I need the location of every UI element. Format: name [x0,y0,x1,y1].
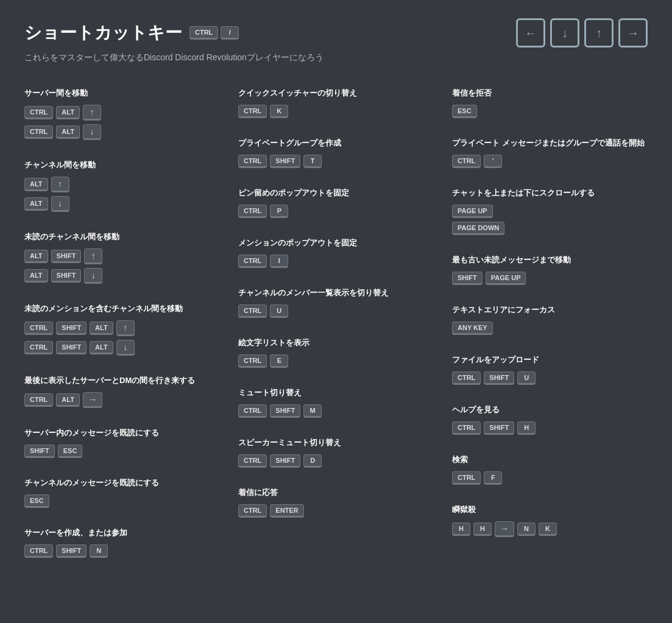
key-badge: SHIFT [452,272,483,285]
key-badge: ALT [24,178,48,191]
section-channel-read: チャンネルのメッセージを既読にするESC [24,477,220,508]
key-badge: CTRL [24,341,53,354]
key-badge: PAGE UP [452,205,493,218]
section-pin-popup: ピン留めのポップアウトを固定CTRLP [238,188,434,218]
key-badge: ALT [24,250,48,263]
key-badge: K [270,105,288,118]
keys-row: PAGE UP [452,205,648,218]
nav-arrows[interactable]: ← ↓ ↑ → [516,18,648,48]
section-title-channel-move: チャンネル間を移動 [24,160,220,171]
keys-row: ALT↓ [24,196,220,212]
section-title-pin-popup: ピン留めのポップアウトを固定 [238,188,434,199]
section-quick-switcher: クイックスイッチャーの切り替えCTRLK [238,88,434,118]
key-badge: → [495,521,514,537]
key-badge: ↑ [84,248,102,264]
title-shortcut: CTRL / [189,26,239,40]
key-badge: ALT [56,125,80,139]
key-badge: T [303,155,322,168]
key-badge: I [270,255,288,268]
page-header: ショートカットキー CTRL / ← ↓ ↑ → [24,18,648,48]
nav-left[interactable]: ← [516,18,545,48]
page-title: ショートカットキー [24,21,182,44]
section-channel-move: チャンネル間を移動ALT↑ALT↓ [24,160,220,212]
section-call-reject: 着信を拒否ESC [452,88,648,118]
key-badge: CTRL [238,155,267,168]
keys-row: CTRLSHIFTT [238,155,434,168]
keys-row: CTRLSHIFTALT↑ [24,320,220,336]
keys-row: CTRLSHIFTN [24,544,220,558]
key-badge: CTRL [24,322,53,335]
section-title-server-read: サーバー内のメッセージを既読にする [24,428,220,438]
keys-row: PAGE DOWN [452,222,648,235]
title-key-ctrl: CTRL [189,26,218,40]
section-title-emoji-list: 絵文字リストを表示 [238,337,434,348]
keys-row: CTRLSHIFTALT↓ [24,340,220,356]
section-oldest-unread: 最も古い未読メッセージまで移動SHIFTPAGE UP [452,255,648,285]
key-badge: ENTER [270,504,303,518]
section-title-chat-scroll: チャットを上または下にスクロールする [452,188,648,199]
key-badge: E [270,354,288,368]
keys-row: ALTSHIFT↓ [24,268,220,284]
key-badge: CTRL [238,404,267,418]
key-badge: P [270,205,288,218]
section-title-server-move: サーバー間を移動 [24,88,220,99]
key-badge: CTRL [238,304,267,318]
key-badge: CTRL [452,421,481,435]
key-badge: M [303,404,322,418]
key-badge: PAGE UP [486,272,526,285]
section-title-quick-switcher: クイックスイッチャーの切り替え [238,88,434,99]
key-badge: ↑ [116,320,135,336]
column-1: クイックスイッチャーの切り替えCTRLKプライベートグループを作成CTRLSHI… [238,88,434,577]
column-0: サーバー間を移動CTRLALT↑CTRLALT↓チャンネル間を移動ALT↑ALT… [24,88,220,577]
section-title-private-group: プライベートグループを作成 [238,138,434,149]
section-private-group: プライベートグループを作成CTRLSHIFTT [238,138,434,168]
section-title-member-list-toggle: チャンネルのメンバー一覧表示を切り替え [238,287,434,298]
title-key-slash: / [221,26,239,40]
key-badge: ↓ [51,196,69,212]
section-title-file-upload: ファイルをアップロード [452,354,648,365]
section-unread-channel-move: 未読のチャンネル間を移動ALTSHIFT↑ALTSHIFT↓ [24,231,220,284]
section-title-server-dm-toggle: 最後に表示したサーバーとDMの間を行き来する [24,375,220,386]
section-emoji-list: 絵文字リストを表示CTRLE [238,337,434,368]
key-badge: ↓ [116,340,135,356]
section-unread-mention-channel-move: 未読のメンションを含むチャンネル間を移動CTRLSHIFTALT↑CTRLSHI… [24,303,220,356]
section-title-channel-read: チャンネルのメッセージを既読にする [24,477,220,488]
key-badge: ↑ [51,177,69,192]
key-badge: SHIFT [56,322,87,335]
key-badge: ALT [90,341,113,354]
key-badge: PAGE DOWN [452,222,504,235]
section-server-dm-toggle: 最後に表示したサーバーとDMの間を行き来するCTRLALT→ [24,375,220,408]
section-title-help: ヘルプを見る [452,404,648,415]
key-badge: SHIFT [24,445,55,458]
key-badge: CTRL [452,155,481,168]
section-file-upload: ファイルをアップロードCTRLSHIFTU [452,354,648,385]
keys-row: SHIFTPAGE UP [452,272,648,285]
content-grid: サーバー間を移動CTRLALT↑CTRLALT↓チャンネル間を移動ALT↑ALT… [24,88,648,577]
keys-row: CTRL' [452,155,648,168]
keys-row: CTRLSHIFTD [238,454,434,468]
key-badge: SHIFT [484,421,514,435]
key-badge: CTRL [452,471,481,485]
section-server-read: サーバー内のメッセージを既読にするSHIFTESC [24,428,220,458]
keys-row: CTRLENTER [238,504,434,518]
nav-up[interactable]: ↑ [584,18,614,48]
keys-row: CTRLU [238,304,434,318]
nav-down[interactable]: ↓ [550,18,579,48]
subtitle: これらをマスターして偉大なるDiscord Discord Revolution… [24,52,648,63]
section-title-speaker-mute-toggle: スピーカーミュート切り替え [238,437,434,448]
nav-right[interactable]: → [618,18,648,48]
section-server-move: サーバー間を移動CTRLALT↑CTRLALT↓ [24,88,220,140]
key-badge: CTRL [238,454,267,468]
section-title-call-answer: 着信に応答 [238,487,434,498]
keys-row: ALT↑ [24,177,220,192]
key-badge: ↑ [83,105,101,121]
keys-row: ESC [452,105,648,118]
keys-row: CTRLI [238,255,434,268]
key-badge: SHIFT [270,155,300,168]
keys-row: CTRLSHIFTM [238,404,434,418]
key-badge: CTRL [238,255,267,268]
key-badge: CTRL [24,125,53,139]
key-badge: ↓ [83,124,101,140]
section-chat-scroll: チャットを上または下にスクロールするPAGE UPPAGE DOWN [452,188,648,235]
section-title-private-message-call: プライベート メッセージまたはグループで通話を開始 [452,138,648,149]
